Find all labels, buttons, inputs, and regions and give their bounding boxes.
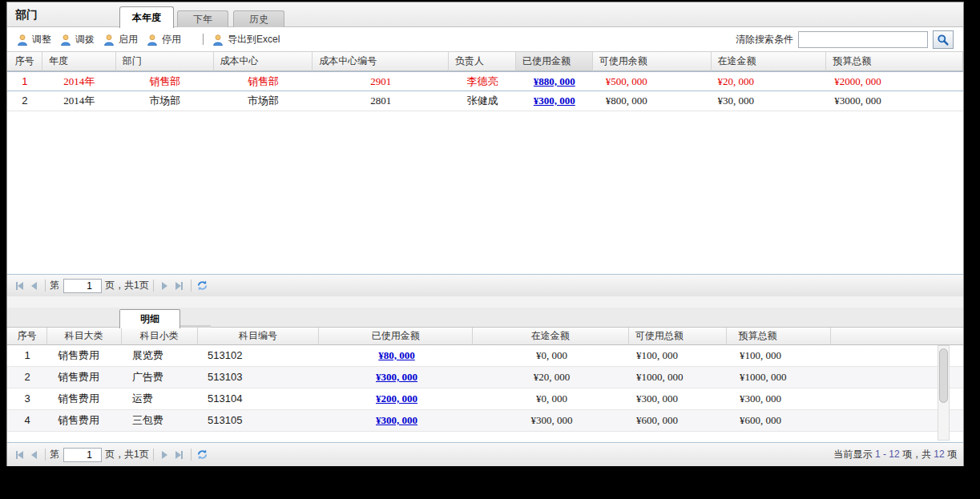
table-cell: 3 — [7, 388, 47, 409]
page-number-input[interactable] — [63, 279, 102, 293]
amount-link[interactable]: ¥300, 000 — [376, 414, 417, 426]
amount-link[interactable]: ¥880, 000 — [534, 75, 575, 87]
table-row[interactable]: 2销售费用广告费513103¥300, 000¥20, 000¥1000, 00… — [7, 367, 963, 388]
table-cell: 李德亮 — [449, 72, 516, 91]
table-cell: ¥20, 000 — [474, 367, 630, 388]
table-cell: 销售部 — [116, 72, 214, 91]
column-header[interactable]: 在途金额 — [712, 52, 827, 71]
column-header-filler — [831, 328, 963, 345]
column-header[interactable]: 科目编号 — [198, 328, 320, 345]
table-cell: ¥0, 000 — [474, 388, 630, 409]
next-page-icon[interactable] — [158, 279, 172, 293]
refresh-icon[interactable] — [196, 448, 210, 462]
screen-background: 部门 本年度下年度历史年 调整调拨启用停用导出到Excel 清除搜索条件 序号年… — [0, 0, 980, 499]
tab-current-year[interactable]: 本年度 — [119, 6, 174, 28]
first-page-icon[interactable] — [12, 279, 26, 293]
table-row[interactable]: 1销售费用展览费513102¥80, 000¥0, 000¥100, 000¥1… — [7, 345, 963, 367]
toolbar: 调整调拨启用停用导出到Excel 清除搜索条件 — [7, 27, 963, 52]
person-icon — [16, 34, 29, 46]
last-page-icon[interactable] — [172, 279, 187, 293]
page-label-after: 页，共1页 — [105, 448, 149, 461]
export-excel-button[interactable]: 导出到Excel — [209, 31, 282, 48]
column-header[interactable]: 年度 — [42, 52, 116, 71]
prev-page-icon[interactable] — [26, 448, 41, 462]
table-cell: 2 — [7, 367, 47, 388]
table-cell: 513104 — [198, 388, 320, 409]
enable-button[interactable]: 启用 — [100, 31, 140, 48]
table-cell: ¥1000, 000 — [728, 367, 833, 388]
column-header[interactable]: 预算总额 — [826, 52, 963, 71]
app-window: 部门 本年度下年度历史年 调整调拨启用停用导出到Excel 清除搜索条件 序号年… — [6, 2, 964, 466]
column-header[interactable]: 已使用金额 — [319, 328, 473, 345]
table-cell: ¥200, 000 — [320, 388, 474, 409]
prev-page-icon[interactable] — [26, 279, 41, 293]
disable-button[interactable]: 停用 — [143, 31, 183, 48]
column-header[interactable]: 科目大类 — [47, 328, 122, 345]
clear-search-link[interactable]: 清除搜索条件 — [736, 33, 793, 46]
amount-link[interactable]: ¥300, 000 — [376, 371, 417, 383]
column-header[interactable]: 序号 — [7, 328, 47, 345]
main-pager-bar: 第 页，共1页 — [7, 274, 963, 296]
page-title: 部门 — [15, 8, 38, 22]
column-header[interactable]: 预算总额 — [727, 328, 831, 345]
column-header[interactable]: 序号 — [7, 52, 42, 71]
detail-grid-body: 1销售费用展览费513102¥80, 000¥0, 000¥100, 000¥1… — [7, 345, 963, 442]
table-row[interactable]: 3销售费用运费513104¥200, 000¥0, 000¥300, 000¥3… — [7, 388, 963, 410]
table-cell: ¥300, 000 — [728, 388, 833, 409]
adjust-button[interactable]: 调整 — [14, 31, 54, 48]
transfer-button[interactable]: 调拨 — [57, 31, 97, 48]
search-icon — [937, 34, 950, 46]
column-header[interactable]: 科目小类 — [122, 328, 198, 345]
table-cell: ¥0, 000 — [474, 345, 630, 366]
table-row[interactable]: 4销售费用三包费513105¥300, 000¥300, 000¥600, 00… — [7, 410, 963, 432]
table-cell: 2801 — [313, 91, 449, 111]
page-number-input[interactable] — [63, 448, 102, 462]
table-cell: ¥20, 000 — [712, 72, 827, 91]
table-cell: ¥300, 000 — [474, 410, 630, 431]
page-label-before: 第 — [50, 448, 59, 461]
person-icon — [146, 34, 159, 46]
column-header[interactable]: 在途金额 — [473, 328, 629, 345]
table-cell: ¥100, 000 — [728, 345, 833, 366]
refresh-icon[interactable] — [196, 279, 210, 293]
tab-detail[interactable]: 明细 — [119, 309, 180, 328]
amount-link[interactable]: ¥300, 000 — [534, 95, 575, 107]
panel-gap — [7, 296, 963, 308]
table-cell: 销售费用 — [47, 410, 122, 431]
table-cell: 运费 — [122, 388, 198, 409]
vertical-scrollbar[interactable] — [938, 345, 950, 441]
table-cell: ¥300, 000 — [630, 388, 728, 409]
tab-history-year[interactable]: 历史年 — [233, 10, 284, 27]
table-row[interactable]: 12014年销售部销售部2901李德亮¥880, 000¥500, 000¥20… — [7, 71, 963, 91]
table-row[interactable]: 22014年市场部市场部2801张健成¥300, 000¥800, 000¥30… — [7, 91, 963, 111]
amount-link[interactable]: ¥80, 000 — [378, 349, 415, 361]
column-header[interactable]: 成本中心编号 — [313, 52, 449, 71]
table-cell: 513105 — [198, 410, 320, 431]
table-cell: 2901 — [313, 72, 449, 91]
table-cell: ¥2000, 000 — [826, 72, 963, 91]
table-cell: ¥300, 000 — [516, 91, 593, 111]
table-cell: 2 — [7, 91, 42, 111]
table-cell: 市场部 — [214, 91, 313, 111]
first-page-icon[interactable] — [12, 448, 26, 462]
search-input[interactable] — [798, 31, 928, 48]
column-header[interactable]: 部门 — [116, 52, 214, 71]
table-cell: 2014年 — [42, 91, 116, 111]
scrollbar-thumb[interactable] — [939, 348, 948, 403]
last-page-icon[interactable] — [172, 448, 187, 462]
amount-link[interactable]: ¥200, 000 — [376, 392, 417, 404]
main-grid-header: 序号年度部门成本中心成本中心编号负责人已使用金额可使用余额在途金额预算总额 — [7, 52, 963, 71]
table-cell: 1 — [7, 72, 42, 91]
table-cell: ¥880, 000 — [516, 72, 593, 91]
column-header[interactable]: 负责人 — [449, 52, 516, 71]
table-cell: 1 — [7, 345, 47, 366]
column-header[interactable]: 可使用余额 — [593, 52, 712, 71]
toolbar-separator — [203, 34, 204, 45]
column-header[interactable]: 成本中心 — [214, 52, 313, 71]
next-page-icon[interactable] — [158, 448, 172, 462]
table-cell: 销售费用 — [47, 345, 122, 366]
search-button[interactable] — [933, 30, 954, 49]
column-header[interactable]: 已使用金额 — [516, 52, 593, 71]
column-header[interactable]: 可使用总额 — [629, 328, 728, 345]
tab-next-year[interactable]: 下年度 — [177, 10, 228, 27]
